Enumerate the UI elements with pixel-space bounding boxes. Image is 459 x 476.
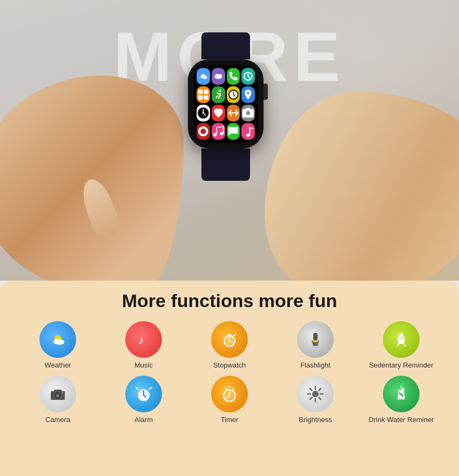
- svg-point-18: [200, 128, 206, 134]
- svg-point-36: [57, 395, 59, 396]
- stopwatch-icon: [220, 330, 239, 349]
- timer-label: Timer: [221, 416, 239, 425]
- watch-band-bottom: [201, 148, 250, 181]
- feature-music: ♪ Music: [102, 321, 185, 370]
- sedentary-icon-wrap: [383, 321, 420, 358]
- flashlight-label: Flashlight: [300, 361, 330, 370]
- svg-line-49: [319, 389, 321, 391]
- svg-rect-30: [313, 333, 318, 341]
- drink-icon-wrap: [383, 376, 420, 412]
- watch-band-top: [201, 32, 250, 59]
- svg-point-37: [62, 392, 64, 393]
- sedentary-label: Sedentary Reminder: [369, 361, 433, 370]
- feature-drink: Drink Water Reminer: [360, 376, 443, 425]
- left-hand: [0, 76, 184, 281]
- smartwatch: [188, 32, 264, 181]
- flashlight-icon-wrap: [297, 321, 334, 358]
- svg-line-48: [319, 397, 321, 399]
- timer-icon-wrap: [211, 376, 248, 412]
- svg-point-10: [219, 90, 221, 92]
- app-icon-camera: [241, 105, 255, 121]
- svg-point-24: [53, 339, 60, 344]
- stopwatch-icon-wrap: [211, 321, 248, 358]
- features-grid: Weather ♪ Music: [16, 321, 443, 425]
- feature-timer: Timer: [188, 376, 271, 425]
- feature-stopwatch: Stopwatch: [188, 321, 271, 370]
- camera-icon: [48, 384, 68, 404]
- feature-flashlight: Flashlight: [274, 321, 357, 370]
- brightness-label: Brightness: [299, 416, 332, 425]
- sedentary-icon: [392, 330, 411, 349]
- music-icon: ♪: [134, 330, 153, 349]
- brightness-icon-wrap: [297, 376, 334, 412]
- app-icon-messages: [227, 123, 240, 140]
- app-icon-health: [212, 105, 225, 121]
- svg-point-15: [202, 112, 204, 114]
- svg-text:♪: ♪: [138, 333, 144, 346]
- svg-point-32: [313, 340, 318, 342]
- watch-crown: [264, 84, 268, 100]
- info-section: More functions more fun Weather ♪: [0, 281, 459, 476]
- app-icon-watchface: [197, 105, 210, 121]
- app-icon-orange: [197, 86, 210, 103]
- camera-icon-wrap: [39, 376, 76, 412]
- app-icon-fitness: [227, 105, 240, 121]
- timer-icon: [220, 384, 239, 404]
- feature-alarm: Alarm: [102, 376, 185, 425]
- app-icon-phone: [227, 68, 240, 85]
- app-icon-map: [241, 86, 255, 103]
- drink-water-icon: [392, 384, 411, 404]
- section-title: More functions more fun: [16, 290, 443, 311]
- svg-rect-6: [198, 90, 202, 94]
- stopwatch-label: Stopwatch: [213, 361, 246, 370]
- page-container: MORE: [0, 0, 459, 476]
- music-icon-wrap: ♪: [125, 321, 162, 358]
- svg-point-19: [213, 133, 217, 137]
- svg-point-51: [401, 387, 404, 391]
- app-icon-stop: [197, 123, 210, 140]
- svg-rect-9: [204, 96, 208, 100]
- brightness-icon: [306, 384, 325, 404]
- app-icon-teal: [241, 68, 255, 85]
- app-icon-weather: [197, 68, 210, 85]
- alarm-label: Alarm: [134, 416, 153, 425]
- svg-point-16: [246, 111, 250, 115]
- photo-section: MORE: [0, 0, 459, 281]
- app-icon-note: [241, 123, 255, 140]
- weather-icon-wrap: [39, 321, 76, 358]
- music-label: Music: [134, 361, 153, 370]
- svg-rect-7: [204, 90, 208, 94]
- svg-point-1: [202, 76, 207, 79]
- watch-screen: [193, 65, 258, 143]
- app-icon-clock: [227, 86, 240, 103]
- svg-line-29: [234, 334, 235, 336]
- feature-sedentary: Sedentary Reminder: [360, 321, 443, 370]
- flashlight-icon: [306, 330, 325, 349]
- app-icon-clouds: [212, 68, 225, 85]
- alarm-icon-wrap: [125, 376, 162, 412]
- weather-icon: [48, 330, 68, 349]
- svg-point-20: [220, 132, 223, 135]
- app-icon-activity: [212, 86, 225, 103]
- app-icon-music: [212, 123, 225, 140]
- drink-label: Drink Water Reminer: [369, 416, 434, 425]
- alarm-icon: [134, 384, 153, 404]
- svg-line-47: [310, 389, 312, 391]
- weather-label: Weather: [45, 361, 71, 370]
- camera-label: Camera: [45, 416, 70, 425]
- svg-point-42: [312, 391, 319, 397]
- watch-body: [188, 59, 264, 148]
- feature-weather: Weather: [16, 321, 99, 370]
- svg-rect-28: [228, 334, 231, 336]
- svg-line-50: [310, 397, 312, 399]
- feature-camera: Camera: [16, 376, 99, 425]
- feature-brightness: Brightness: [274, 376, 357, 425]
- svg-rect-8: [198, 96, 202, 100]
- svg-point-4: [218, 74, 222, 77]
